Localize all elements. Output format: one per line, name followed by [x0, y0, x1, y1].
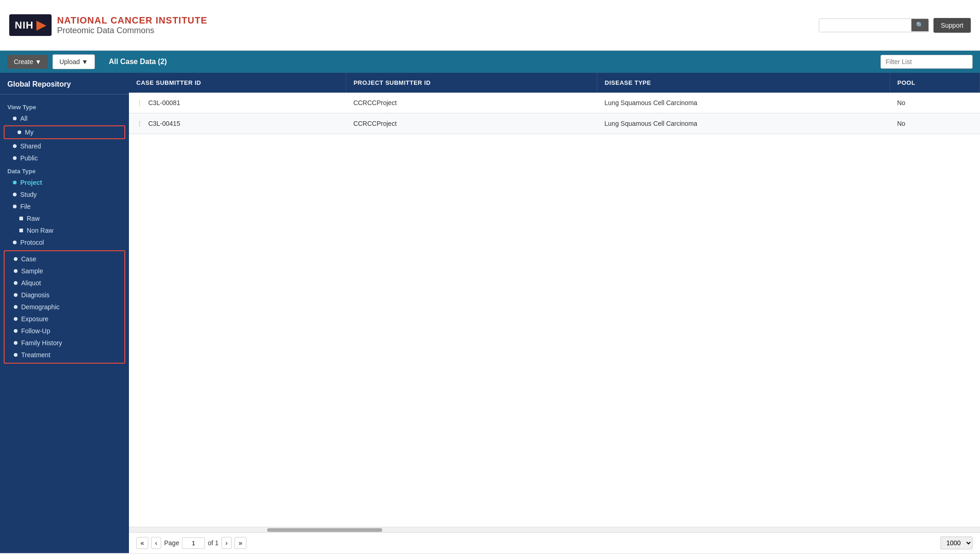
sidebar-group-box: Case Sample Aliquot Diagnosis Demographi… — [4, 250, 125, 364]
drag-handle-icon[interactable]: ⋮ — [136, 120, 143, 127]
org-line2: Proteomic Data Commons — [57, 26, 207, 35]
sidebar-item-exposure[interactable]: Exposure — [5, 313, 124, 325]
sidebar-item-diagnosis[interactable]: Diagnosis — [5, 289, 124, 301]
square-icon — [19, 229, 23, 232]
sidebar-item-shared[interactable]: Shared — [0, 140, 129, 152]
page-title: All Case Data (2) — [109, 58, 876, 66]
nih-arrow-icon: ▶ — [36, 18, 46, 32]
last-page-button[interactable]: » — [234, 537, 246, 549]
of-label: of 1 — [208, 539, 218, 547]
upload-button[interactable]: Upload ▼ — [52, 54, 95, 69]
table-header-row: CASE SUBMITTER ID PROJECT SUBMITTER ID D… — [129, 73, 980, 93]
support-button[interactable]: Support — [933, 18, 971, 33]
sidebar-item-exposure-label: Exposure — [21, 315, 48, 323]
drag-handle-icon[interactable]: ⋮ — [136, 99, 143, 106]
toolbar: Create ▼ Upload ▼ All Case Data (2) — [0, 51, 980, 73]
col-pool[interactable]: POOL — [890, 73, 980, 93]
cell-pool: No — [890, 93, 980, 113]
pagination-left: « ‹ Page of 1 › » — [136, 537, 246, 549]
next-page-button[interactable]: › — [222, 537, 232, 549]
col-disease-type[interactable]: DISEASE TYPE — [597, 73, 890, 93]
first-page-button[interactable]: « — [136, 537, 148, 549]
cell-case-submitter-id: ⋮ C3L-00081 — [129, 93, 346, 113]
col-case-submitter-id[interactable]: CASE SUBMITTER ID — [129, 73, 346, 93]
sidebar-item-raw[interactable]: Raw — [0, 212, 129, 224]
logo-area: NIH ▶ NATIONAL CANCER INSTITUTE Proteomi… — [9, 14, 207, 36]
sidebar-item-file[interactable]: File — [0, 200, 129, 212]
sidebar-item-aliquot-label: Aliquot — [21, 279, 41, 287]
scrollbar-thumb[interactable] — [267, 528, 382, 532]
sidebar-item-my-label: My — [25, 129, 34, 136]
create-chevron-icon: ▼ — [35, 58, 41, 65]
sidebar-item-family-history[interactable]: Family History — [5, 337, 124, 349]
sidebar-item-demographic[interactable]: Demographic — [5, 301, 124, 313]
org-title: NATIONAL CANCER INSTITUTE Proteomic Data… — [57, 15, 207, 35]
cell-disease-type: Lung Squamous Cell Carcinoma — [597, 113, 890, 134]
bullet-icon — [14, 305, 18, 309]
org-line1: NATIONAL CANCER INSTITUTE — [57, 15, 207, 26]
search-button[interactable]: 🔍 — [911, 19, 928, 31]
header: NIH ▶ NATIONAL CANCER INSTITUTE Proteomi… — [0, 0, 980, 51]
search-input[interactable] — [819, 19, 911, 32]
sidebar-item-treatment[interactable]: Treatment — [5, 349, 124, 361]
table-row: ⋮ C3L-00415 CCRCCProject Lung Squamous C… — [129, 113, 980, 134]
bullet-icon — [13, 193, 17, 196]
sidebar-item-public[interactable]: Public — [0, 152, 129, 164]
prev-page-button[interactable]: ‹ — [151, 537, 162, 549]
view-type-label: View Type — [0, 100, 129, 112]
sidebar-item-case[interactable]: Case — [5, 253, 124, 265]
bullet-icon — [14, 257, 18, 261]
upload-chevron-icon: ▼ — [82, 58, 88, 65]
sidebar-item-project[interactable]: Project — [0, 177, 129, 189]
page-label: Page — [164, 539, 179, 547]
bullet-icon — [13, 181, 17, 184]
sidebar-item-non-raw[interactable]: Non Raw — [0, 224, 129, 236]
sidebar-item-sample[interactable]: Sample — [5, 265, 124, 277]
bullet-icon — [14, 281, 18, 285]
sidebar-item-demographic-label: Demographic — [21, 303, 59, 311]
sidebar-item-all[interactable]: All — [0, 112, 129, 124]
bullet-icon — [14, 269, 18, 273]
pagination-right: 1000 500 100 — [940, 536, 973, 549]
table-row: ⋮ C3L-00081 CCRCCProject Lung Squamous C… — [129, 93, 980, 113]
bullet-icon — [14, 353, 18, 357]
sidebar-item-shared-label: Shared — [20, 142, 41, 150]
data-type-label: Data Type — [0, 164, 129, 177]
bullet-icon — [14, 329, 18, 333]
page-size-select[interactable]: 1000 500 100 — [940, 536, 973, 549]
sidebar-item-study[interactable]: Study — [0, 189, 129, 200]
square-icon — [19, 217, 23, 220]
bullet-icon — [13, 156, 17, 160]
nih-logo: NIH ▶ — [9, 14, 52, 36]
sidebar-item-case-label: Case — [21, 255, 36, 263]
sidebar-title: Global Repository — [0, 80, 129, 94]
sidebar-item-diagnosis-label: Diagnosis — [21, 291, 49, 299]
cell-pool: No — [890, 113, 980, 134]
bullet-icon — [13, 144, 17, 148]
sidebar-item-study-label: Study — [20, 191, 37, 198]
bullet-icon — [13, 205, 17, 208]
cell-case-submitter-id: ⋮ C3L-00415 — [129, 113, 346, 134]
sidebar-item-public-label: Public — [20, 154, 38, 162]
sidebar-item-non-raw-label: Non Raw — [27, 227, 53, 234]
horizontal-scrollbar[interactable] — [129, 527, 980, 532]
cell-project-submitter-id: CCRCCProject — [346, 93, 597, 113]
bullet-icon — [18, 130, 21, 134]
sidebar-item-protocol[interactable]: Protocol — [0, 236, 129, 248]
col-project-submitter-id[interactable]: PROJECT SUBMITTER ID — [346, 73, 597, 93]
data-table: CASE SUBMITTER ID PROJECT SUBMITTER ID D… — [129, 73, 980, 134]
sidebar-item-aliquot[interactable]: Aliquot — [5, 277, 124, 289]
bullet-icon — [14, 341, 18, 345]
create-label: Create — [14, 58, 33, 65]
bullet-icon — [13, 117, 17, 120]
sidebar-item-my[interactable]: My — [5, 126, 124, 138]
create-button[interactable]: Create ▼ — [7, 55, 48, 69]
sidebar-item-file-label: File — [20, 203, 31, 210]
search-box: 🔍 — [819, 18, 929, 32]
sidebar-item-followup[interactable]: Follow-Up — [5, 325, 124, 337]
bullet-icon — [13, 241, 17, 244]
page-number-input[interactable] — [182, 537, 205, 549]
filter-input[interactable] — [881, 55, 973, 69]
sidebar-item-followup-label: Follow-Up — [21, 327, 50, 335]
cell-project-submitter-id: CCRCCProject — [346, 113, 597, 134]
